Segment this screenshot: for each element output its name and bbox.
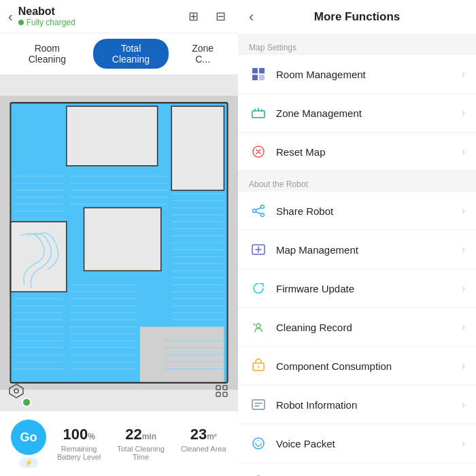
svg-rect-81 bbox=[259, 68, 265, 73]
svg-marker-74 bbox=[10, 384, 23, 398]
list-view-icon[interactable]: ⊟ bbox=[211, 7, 230, 26]
tab-room-cleaning[interactable]: Room Cleaning bbox=[7, 39, 88, 69]
chevron-right-icon: › bbox=[462, 398, 465, 411]
map-area bbox=[0, 75, 238, 411]
svg-rect-2 bbox=[67, 106, 158, 166]
stat-area: 23m² Cleaned Area bbox=[181, 426, 226, 460]
svg-rect-79 bbox=[223, 392, 227, 396]
chevron-right-icon: › bbox=[462, 68, 465, 80]
svg-point-86 bbox=[261, 205, 265, 209]
menu-item-map-management[interactable]: Map Management › bbox=[238, 231, 476, 269]
svg-point-95 bbox=[258, 441, 259, 441]
svg-point-88 bbox=[261, 214, 265, 217]
robot-name: Neabot bbox=[18, 5, 75, 18]
go-button-container: Go ⚡ bbox=[11, 420, 46, 468]
section-about-robot: About the Robot bbox=[238, 171, 476, 192]
svg-rect-76 bbox=[216, 386, 220, 390]
menu-item-component-consumption[interactable]: Component Consumption › bbox=[238, 347, 476, 386]
left-header: ‹ Neabot Fully charged ⊞ ⊟ bbox=[0, 0, 238, 33]
stat-time: 22min Total CleaningTime bbox=[117, 426, 165, 460]
area-label: Cleaned Area bbox=[181, 445, 226, 453]
time-value: 22min bbox=[125, 426, 156, 443]
map-management-icon bbox=[249, 240, 268, 259]
menu-item-cleaning-record[interactable]: Cleaning Record › bbox=[238, 308, 476, 347]
right-panel: ‹ More Functions Map Settings Room Manag… bbox=[238, 0, 476, 476]
svg-point-90 bbox=[256, 324, 260, 328]
tab-total-cleaning[interactable]: Total Cleaning bbox=[93, 39, 169, 69]
right-header: ‹ More Functions bbox=[238, 0, 476, 35]
section-map-settings: Map Settings bbox=[238, 35, 476, 55]
charge-icon: ⚡ bbox=[24, 459, 33, 466]
svg-rect-93 bbox=[252, 400, 265, 409]
chevron-right-icon: › bbox=[462, 243, 465, 256]
svg-rect-83 bbox=[259, 75, 265, 80]
chevron-right-icon: › bbox=[462, 321, 465, 333]
cleaning-tabs: Room Cleaning Total Cleaning Zone C... bbox=[0, 33, 238, 75]
chevron-right-icon: › bbox=[462, 146, 465, 158]
cleaning-record-icon bbox=[249, 318, 268, 337]
menu-item-robot-information[interactable]: Robot Information › bbox=[238, 386, 476, 424]
menu-item-firmware-update[interactable]: Firmware Update › bbox=[238, 269, 476, 308]
reset-map-label: Reset Map bbox=[276, 146, 454, 158]
left-panel: ‹ Neabot Fully charged ⊞ ⊟ Room Cleaning… bbox=[0, 0, 238, 476]
menu-item-zone-management[interactable]: Zone Management › bbox=[238, 94, 476, 133]
battery-value: 100% bbox=[63, 426, 95, 443]
back-button[interactable]: ‹ bbox=[8, 9, 13, 24]
chevron-right-icon: › bbox=[462, 437, 465, 449]
robot-info: Neabot Fully charged bbox=[18, 5, 75, 27]
firmware-update-icon bbox=[249, 279, 268, 298]
stats-grid: 100% RemainingBattery Level 22min Total … bbox=[57, 426, 227, 460]
component-consumption-icon bbox=[249, 356, 268, 375]
map-icon-right[interactable] bbox=[214, 383, 230, 403]
area-value: 23m² bbox=[190, 426, 217, 443]
menu-list: Map Settings Room Management › Zone bbox=[238, 35, 476, 476]
menu-item-share-robot[interactable]: Share Robot › bbox=[238, 192, 476, 231]
floor-map bbox=[0, 75, 238, 411]
firmware-update-label: Firmware Update bbox=[276, 283, 454, 294]
chevron-right-icon: › bbox=[462, 282, 465, 294]
grid-view-icon[interactable]: ⊞ bbox=[184, 7, 203, 26]
go-button[interactable]: Go bbox=[11, 420, 46, 455]
svg-rect-80 bbox=[252, 68, 258, 73]
svg-rect-77 bbox=[223, 386, 227, 390]
svg-rect-3 bbox=[171, 106, 224, 190]
component-consumption-label: Component Consumption bbox=[276, 360, 454, 372]
menu-item-reset-map[interactable]: Reset Map › bbox=[238, 133, 476, 171]
time-label: Total CleaningTime bbox=[117, 445, 165, 461]
menu-item-dust-collection[interactable]: Dust Collection Management › bbox=[238, 463, 476, 476]
menu-item-voice-packet[interactable]: Voice Packet › bbox=[238, 424, 476, 463]
svg-rect-84 bbox=[252, 111, 265, 118]
svg-rect-5 bbox=[84, 208, 161, 271]
share-robot-label: Share Robot bbox=[276, 205, 454, 217]
page-title: More Functions bbox=[275, 10, 439, 24]
dust-collection-icon bbox=[249, 473, 268, 476]
voice-packet-label: Voice Packet bbox=[276, 438, 454, 449]
status-dot bbox=[18, 20, 24, 25]
map-management-label: Map Management bbox=[276, 244, 454, 256]
header-icons: ⊞ ⊟ bbox=[184, 7, 230, 26]
svg-rect-78 bbox=[216, 392, 220, 396]
zone-management-icon bbox=[249, 103, 268, 122]
share-robot-icon bbox=[249, 201, 268, 220]
chevron-right-icon: › bbox=[462, 205, 465, 217]
reset-map-icon bbox=[249, 142, 268, 161]
menu-item-room-management[interactable]: Room Management › bbox=[238, 55, 476, 94]
robot-information-label: Robot Information bbox=[276, 399, 454, 411]
battery-label: RemainingBattery Level bbox=[57, 445, 101, 461]
zone-management-label: Zone Management bbox=[276, 107, 454, 119]
map-icon-left[interactable] bbox=[8, 383, 24, 403]
cleaning-record-label: Cleaning Record bbox=[276, 322, 454, 333]
svg-point-94 bbox=[253, 438, 264, 449]
voice-packet-icon bbox=[249, 434, 268, 453]
robot-information-icon bbox=[249, 395, 268, 414]
chevron-right-icon: › bbox=[462, 107, 465, 119]
charge-toggle[interactable]: ⚡ bbox=[19, 458, 38, 468]
tab-zone-cleaning[interactable]: Zone C... bbox=[174, 39, 231, 69]
bottom-stats: Go ⚡ 100% RemainingBattery Level 22min T… bbox=[0, 411, 238, 476]
chevron-right-icon: › bbox=[462, 360, 465, 372]
back-button-right[interactable]: ‹ bbox=[249, 8, 269, 26]
svg-point-75 bbox=[14, 389, 18, 393]
room-management-icon bbox=[249, 65, 268, 84]
svg-rect-82 bbox=[252, 75, 258, 80]
svg-point-87 bbox=[253, 209, 256, 213]
